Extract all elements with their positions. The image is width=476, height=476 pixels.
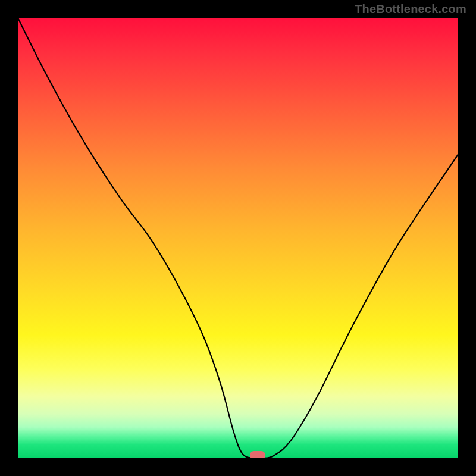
watermark-text: TheBottleneck.com (355, 2, 466, 16)
curve-path (18, 18, 458, 458)
minimum-marker (250, 451, 265, 458)
curve-svg (18, 18, 458, 458)
chart-frame: TheBottleneck.com (0, 0, 476, 476)
plot-area (18, 18, 458, 458)
